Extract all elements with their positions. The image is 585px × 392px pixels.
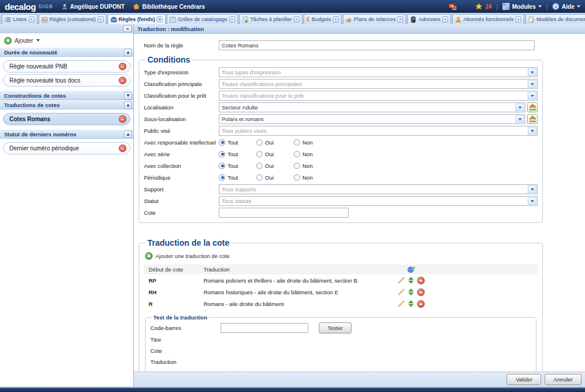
radio-option-oui[interactable]: Oui: [256, 151, 294, 157]
tab-close-icon[interactable]: [229, 16, 235, 22]
move-up-down-icon[interactable]: [408, 300, 414, 307]
sous-localisation-select[interactable]: Polars et romans: [219, 114, 525, 124]
tab-modeles-documents[interactable]: Modèles de documents: [525, 14, 585, 24]
radio-selected-icon[interactable]: [219, 151, 225, 157]
delete-icon[interactable]: [119, 77, 126, 84]
current-user[interactable]: Angélique DUPONT: [61, 4, 125, 10]
expand-section-icon[interactable]: [124, 92, 132, 99]
delete-icon[interactable]: [119, 115, 126, 123]
tester-button[interactable]: Tester: [319, 322, 352, 333]
monitor-alert-icon[interactable]: [449, 4, 456, 10]
radio-icon[interactable]: [294, 163, 300, 169]
cote-input[interactable]: [219, 208, 349, 218]
tab-budgets[interactable]: Budgets: [304, 14, 342, 24]
delete-icon[interactable]: [417, 300, 425, 308]
tab-close-icon[interactable]: [98, 16, 104, 22]
tab-close-icon[interactable]: [397, 16, 403, 22]
barcode-input[interactable]: [221, 323, 308, 333]
radio-option-non[interactable]: Non: [294, 139, 331, 146]
add-translation-link[interactable]: Ajouter une traduction de cote: [145, 252, 538, 260]
dropdown-arrow-icon[interactable]: [528, 68, 536, 76]
dropdown-arrow-icon[interactable]: [515, 104, 524, 111]
tab-close-icon[interactable]: [29, 16, 35, 22]
default-location-button[interactable]: [527, 114, 538, 124]
rule-name-input[interactable]: [219, 40, 535, 50]
radio-option-non[interactable]: Non: [294, 163, 331, 169]
delete-icon[interactable]: [417, 288, 425, 296]
radio-option-tout[interactable]: Tout: [219, 139, 256, 146]
radio-option-non[interactable]: Non: [294, 151, 331, 157]
add-rule-button[interactable]: Ajouter: [0, 33, 133, 47]
radio-icon[interactable]: [256, 174, 263, 181]
radio-icon[interactable]: [256, 139, 263, 146]
radio-selected-icon[interactable]: [219, 174, 225, 181]
dropdown-arrow-icon[interactable]: [515, 115, 524, 123]
dropdown-arrow-icon[interactable]: [528, 80, 536, 88]
tab-regles-cotisations[interactable]: Règles (cotisations): [39, 14, 106, 24]
sidebar-section-statut-derniers-numeros[interactable]: Statut de derniers numéros: [0, 129, 133, 139]
collapse-section-icon[interactable]: [124, 130, 132, 138]
tab-close-icon[interactable]: [294, 16, 300, 22]
radio-icon[interactable]: [294, 174, 300, 181]
radio-icon[interactable]: [256, 163, 263, 169]
dropdown-arrow-icon[interactable]: [528, 197, 536, 205]
sidebar-item-dernier-numero-periodique[interactable]: Dernier numéro périodique: [3, 142, 130, 154]
move-up-down-icon[interactable]: [408, 288, 414, 295]
dropdown-arrow-icon[interactable]: [528, 185, 536, 193]
edit-pencil-icon[interactable]: [398, 300, 405, 307]
radio-icon[interactable]: [294, 139, 300, 146]
classification-pret-select[interactable]: Toutes classifications pour le prêt: [219, 91, 538, 101]
favorites-counter[interactable]: 24: [475, 3, 491, 10]
current-library[interactable]: Bibliothèque Cendrars: [133, 3, 205, 10]
tab-abonnes-fonctionnels[interactable]: Abonnés fonctionnels: [452, 14, 524, 24]
sidebar-item-regle-nouveaute-tous-docs[interactable]: Règle nouveauté tous docs: [3, 74, 130, 87]
help-menu[interactable]: Aide: [552, 3, 580, 10]
delete-icon[interactable]: [417, 277, 425, 284]
public-vise-select[interactable]: Tous publics visés: [219, 126, 538, 136]
statut-select[interactable]: Tous statuts: [219, 196, 538, 206]
radio-option-oui[interactable]: Oui: [256, 163, 294, 169]
radio-option-tout[interactable]: Tout: [219, 163, 256, 169]
radio-option-tout[interactable]: Tout: [219, 174, 256, 181]
sidebar-item-regle-nouveaute-pnb[interactable]: Règle nouveauté PNB: [3, 60, 130, 73]
default-location-button[interactable]: [527, 102, 538, 112]
collapse-sidebar-icon[interactable]: [123, 25, 132, 32]
tab-taches-planifier[interactable]: Tâches à planifier: [239, 14, 302, 24]
world-icon[interactable]: [407, 266, 415, 273]
classification-principale-select[interactable]: Toutes classifications principales: [219, 79, 538, 89]
sidebar-section-constructions-cotes[interactable]: Constructions de cotes: [0, 91, 133, 100]
validate-button[interactable]: Valider: [507, 374, 541, 385]
sidebar-section-traductions-cotes[interactable]: Traductions de cotes: [0, 100, 133, 109]
sidebar-section-duree-nouveaute[interactable]: Durée de nouveauté: [0, 47, 133, 57]
radio-selected-icon[interactable]: [219, 163, 225, 169]
localisation-select[interactable]: Secteur Adulte: [219, 102, 525, 112]
tab-adresses[interactable]: Adresses: [407, 14, 451, 24]
delete-icon[interactable]: [119, 145, 126, 152]
cancel-button[interactable]: Annuler: [545, 374, 581, 385]
tab-close-icon[interactable]: [515, 16, 521, 22]
radio-option-oui[interactable]: Oui: [256, 174, 294, 181]
dropdown-arrow-icon[interactable]: [528, 127, 536, 135]
edit-pencil-icon[interactable]: [398, 288, 405, 295]
move-up-down-icon[interactable]: [408, 277, 414, 284]
tab-close-icon[interactable]: [333, 16, 339, 22]
tab-close-icon[interactable]: [157, 16, 163, 22]
tab-plans-relances[interactable]: Plans de relances: [343, 14, 407, 24]
radio-icon[interactable]: [294, 151, 300, 157]
radio-icon[interactable]: [256, 151, 263, 157]
radio-option-tout[interactable]: Tout: [219, 151, 256, 157]
tab-close-icon[interactable]: [442, 16, 448, 22]
radio-option-oui[interactable]: Oui: [256, 139, 294, 146]
tab-listes[interactable]: Listes: [2, 14, 37, 24]
radio-option-non[interactable]: Non: [294, 174, 331, 181]
tab-grilles-catalogage[interactable]: Grilles de catalogage: [167, 14, 238, 24]
type-expression-select[interactable]: Tous types d'expression: [219, 67, 538, 77]
collapse-section-icon[interactable]: [124, 101, 132, 109]
modules-menu[interactable]: Modules: [503, 3, 542, 10]
radio-selected-icon[interactable]: [219, 139, 225, 146]
edit-pencil-icon[interactable]: [398, 277, 405, 284]
delete-icon[interactable]: [119, 63, 126, 70]
support-select[interactable]: Tous supports: [219, 184, 538, 194]
sidebar-item-cotes-romans[interactable]: Cotes Romans: [3, 113, 130, 125]
dropdown-arrow-icon[interactable]: [528, 92, 536, 99]
